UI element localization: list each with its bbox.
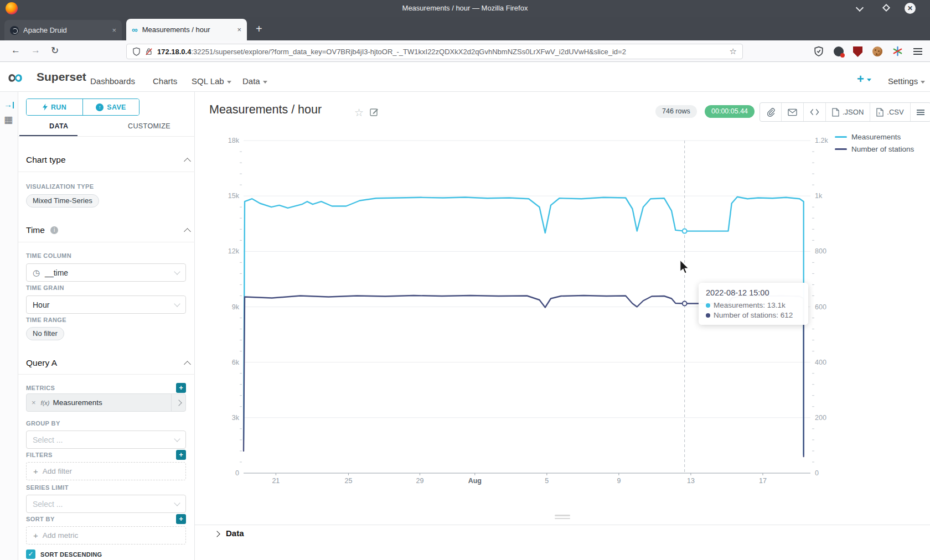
panel-tabs: DATA CUSTOMIZE xyxy=(18,117,195,137)
tab-strip: Apache Druid × ∞ Measurements / hour × + xyxy=(0,17,930,40)
back-button[interactable]: ← xyxy=(11,45,20,56)
chevron-down-icon xyxy=(174,268,180,274)
time-range-pill[interactable]: No filter xyxy=(26,327,64,340)
tab-label: Measurements / hour xyxy=(142,25,234,34)
filters-label: FILTERS xyxy=(26,452,53,458)
legend-item-stations[interactable]: Number of stations xyxy=(835,145,914,153)
extension-shield-icon[interactable] xyxy=(814,46,825,57)
new-chart-button[interactable]: + xyxy=(857,72,871,86)
add-sort-metric-button[interactable]: + xyxy=(176,514,186,524)
maximize-icon[interactable] xyxy=(884,5,889,11)
add-filter-button[interactable]: + xyxy=(176,450,186,460)
add-metric-button[interactable]: + xyxy=(176,383,186,393)
divider xyxy=(195,525,930,525)
tab-customize[interactable]: CUSTOMIZE xyxy=(128,122,170,130)
export-json-button[interactable]: .JSON xyxy=(826,103,870,121)
plus-icon: + xyxy=(857,72,864,86)
chevron-up-icon[interactable] xyxy=(184,361,191,368)
tab-close-icon[interactable]: × xyxy=(234,25,241,34)
collapse-panel-icon[interactable]: → xyxy=(4,100,14,109)
minimize-icon[interactable] xyxy=(857,5,862,11)
series-limit-select[interactable]: Select ... xyxy=(26,495,186,513)
nav-item-data[interactable]: Data xyxy=(242,76,267,86)
run-button[interactable]: RUN xyxy=(27,99,82,115)
chevron-up-icon[interactable] xyxy=(184,228,191,235)
timeseries-chart[interactable]: 18k1.2k15k1k12k8009k6006k4003k2000021252… xyxy=(195,127,930,525)
add-filter-dropzone[interactable]: + Add filter xyxy=(26,462,186,480)
time-column-label: TIME COLUMN xyxy=(26,252,71,259)
svg-text:5: 5 xyxy=(545,477,549,485)
fx-icon: f(x) xyxy=(41,400,50,406)
cookie-icon[interactable] xyxy=(872,46,884,58)
chevron-down-icon xyxy=(174,300,180,307)
sort-descending-checkbox[interactable]: ✓ xyxy=(26,549,35,559)
chevron-up-icon[interactable] xyxy=(184,158,191,165)
email-button[interactable] xyxy=(782,103,804,121)
svg-text:18k: 18k xyxy=(228,137,240,144)
time-title: Time xyxy=(26,225,45,235)
insecure-lock-icon[interactable] xyxy=(145,47,153,56)
svg-text:1.2k: 1.2k xyxy=(815,137,828,144)
export-csv-button[interactable]: x .CSV xyxy=(870,103,910,121)
viz-type-pill[interactable]: Mixed Time-Series xyxy=(26,194,99,208)
dataset-grid-icon[interactable]: ▦ xyxy=(4,114,13,126)
reload-button[interactable]: ↻ xyxy=(51,45,59,56)
tab-close-icon[interactable]: × xyxy=(108,26,116,34)
tab-data[interactable]: DATA xyxy=(49,122,68,130)
nav-item-charts[interactable]: Charts xyxy=(153,76,177,86)
svg-text:9: 9 xyxy=(617,477,621,485)
tab-measurements-hour[interactable]: ∞ Measurements / hour × xyxy=(126,19,247,40)
remove-metric-icon[interactable]: × xyxy=(27,398,41,407)
panel-resize-handle[interactable] xyxy=(555,515,570,521)
add-sort-metric-dropzone[interactable]: + Add metric xyxy=(26,526,186,545)
copy-link-button[interactable] xyxy=(760,103,782,121)
bookmark-star-icon[interactable]: ☆ xyxy=(730,46,737,56)
chevron-right-icon[interactable] xyxy=(214,531,220,537)
nav-item-sql-lab[interactable]: SQL Lab xyxy=(192,76,231,86)
tracking-shield-icon[interactable] xyxy=(132,47,141,56)
tab-apache-druid[interactable]: Apache Druid × xyxy=(4,20,122,40)
group-by-select[interactable]: Select ... xyxy=(26,431,186,449)
forward-button[interactable]: → xyxy=(31,45,40,56)
section-time[interactable]: Time i xyxy=(26,225,58,235)
time-grain-label: TIME GRAIN xyxy=(26,284,64,291)
svg-text:200: 200 xyxy=(815,414,826,422)
embed-code-button[interactable] xyxy=(804,103,826,121)
new-tab-button[interactable]: + xyxy=(256,23,262,34)
extension-mask-icon[interactable] xyxy=(834,46,845,58)
time-column-select[interactable]: ◷ __time xyxy=(26,263,186,282)
svg-text:1k: 1k xyxy=(815,192,823,200)
data-panel-title[interactable]: Data xyxy=(226,528,244,538)
section-chart-type[interactable]: Chart type xyxy=(26,155,66,165)
file-icon xyxy=(832,108,839,117)
close-window-icon[interactable]: ✕ xyxy=(905,3,916,14)
svg-text:3k: 3k xyxy=(232,414,240,422)
ublock-icon[interactable] xyxy=(853,46,864,58)
favorite-star-icon[interactable]: ☆ xyxy=(354,106,364,119)
svg-text:0: 0 xyxy=(815,469,819,477)
superset-brand[interactable]: Superset xyxy=(37,70,86,84)
nav-item-dashboards[interactable]: Dashboards xyxy=(90,76,135,86)
superset-logo-icon[interactable]: ∞ xyxy=(8,66,23,87)
legend-swatch xyxy=(835,136,847,138)
save-button[interactable]: ↑ SAVE xyxy=(83,99,139,115)
chevron-down-icon xyxy=(263,81,267,84)
clock-icon: ◷ xyxy=(33,268,40,278)
chevron-down-icon xyxy=(921,81,925,84)
druid-favicon xyxy=(10,26,19,35)
metric-expand[interactable] xyxy=(171,394,185,411)
extension-asterisk-icon[interactable] xyxy=(892,46,903,57)
superset-navbar xyxy=(0,62,930,92)
url-text[interactable]: 172.18.0.4:32251/superset/explore/?form_… xyxy=(157,48,730,56)
edit-title-icon[interactable] xyxy=(370,107,379,118)
section-query-a[interactable]: Query A xyxy=(26,358,57,368)
legend-item-measurements[interactable]: Measurements xyxy=(835,133,901,141)
url-bar[interactable]: 172.18.0.4:32251/superset/explore/?form_… xyxy=(126,44,743,59)
svg-text:400: 400 xyxy=(815,359,826,366)
chart-menu-button[interactable] xyxy=(911,103,930,121)
settings-menu[interactable]: Settings xyxy=(888,76,925,86)
time-grain-select[interactable]: Hour xyxy=(26,295,186,314)
metric-chip[interactable]: × f(x) Measurements xyxy=(26,393,186,412)
left-gutter xyxy=(0,92,18,560)
browser-menu-icon[interactable] xyxy=(913,48,924,59)
